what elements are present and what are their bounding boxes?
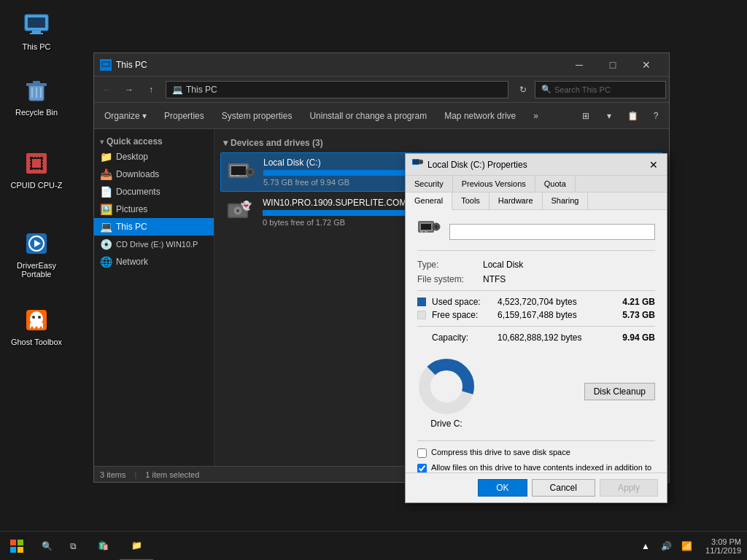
filesystem-label: File system:: [417, 274, 483, 284]
desktop-icon-ghost-toolbox[interactable]: Ghost Toolbox: [7, 303, 66, 349]
dialog-content: Type: Local Disk File system: NTFS Used …: [406, 210, 667, 472]
menu-uninstall[interactable]: Uninstall or change a program: [302, 108, 434, 124]
dialog-drive-icon: [417, 219, 441, 244]
tray-network[interactable]: 📶: [679, 539, 694, 553]
taskbar-app-store[interactable]: 🛍️: [86, 532, 120, 561]
cd-drive-icon: 💿: [100, 238, 112, 250]
view-list-btn[interactable]: ▾: [599, 106, 619, 126]
svg-rect-19: [33, 155, 34, 158]
maximize-button[interactable]: □: [596, 53, 630, 77]
store-icon: 🛍️: [98, 540, 109, 551]
desktop-icon-this-pc[interactable]: This PC: [7, 7, 66, 54]
tab-security[interactable]: Security: [406, 176, 453, 192]
drive-c-bar: [263, 170, 428, 176]
svg-rect-18: [42, 166, 45, 167]
address-text: This PC: [186, 85, 217, 95]
svg-rect-64: [10, 547, 16, 553]
index-checkbox[interactable]: [417, 464, 427, 472]
sidebar-item-documents[interactable]: 📄 Documents: [94, 183, 214, 201]
drive-name-input[interactable]: [449, 224, 655, 240]
sidebar-item-desktop[interactable]: 📁 Desktop: [94, 148, 214, 166]
donut-chart: [417, 357, 476, 416]
menu-map-network[interactable]: Map network drive: [437, 108, 523, 124]
tab-general[interactable]: General: [406, 192, 452, 210]
section-label: Quick access: [107, 136, 163, 147]
ok-button[interactable]: OK: [478, 479, 527, 497]
tab-sharing[interactable]: Sharing: [543, 192, 589, 209]
sidebar-item-this-pc[interactable]: 💻 This PC: [94, 218, 214, 236]
address-bar[interactable]: 💻 This PC: [166, 81, 508, 98]
desktop-icon-recycle-bin[interactable]: Recycle Bin: [7, 73, 66, 120]
menu-properties[interactable]: Properties: [157, 108, 212, 124]
svg-rect-57: [420, 231, 423, 233]
taskbar-app-explorer[interactable]: 📁: [120, 532, 153, 561]
task-view-button[interactable]: ⧉: [60, 532, 86, 561]
menu-organize[interactable]: Organize ▾: [97, 108, 154, 124]
back-button[interactable]: ←: [97, 79, 117, 100]
filesystem-value: NTFS: [483, 274, 506, 284]
svg-rect-13: [28, 160, 31, 161]
sidebar-label: CD Drive (E:) WIN10.P: [116, 240, 198, 249]
donut-chart-container: Drive C:: [417, 357, 476, 429]
dialog-title-icon: [411, 158, 423, 171]
up-button[interactable]: ↑: [141, 79, 161, 100]
taskbar-search-button[interactable]: 🔍: [34, 532, 60, 561]
tab-quota[interactable]: Quota: [535, 176, 576, 192]
used-space-color: [417, 298, 426, 306]
properties-dialog: Local Disk (C:) Properties ✕ Security Pr…: [405, 153, 667, 503]
recycle-bin-icon: [22, 76, 51, 105]
svg-point-32: [38, 316, 41, 319]
disk-cleanup-button[interactable]: Disk Cleanup: [584, 383, 655, 400]
expand-icon: ▾: [100, 138, 104, 146]
taskbar-clock[interactable]: 3:09 PM 11/1/2019: [700, 537, 747, 555]
devices-drives-header: ▾ Devices and drives (3): [220, 135, 663, 151]
svg-point-46: [236, 209, 239, 212]
view-toggle-btn[interactable]: ⊞: [576, 106, 596, 126]
svg-rect-58: [425, 231, 427, 233]
selected-count: 1 item selected: [134, 470, 199, 479]
compress-label: Compress this drive to save disk space: [431, 447, 570, 458]
cancel-button[interactable]: Cancel: [532, 479, 595, 497]
free-space-label: Free space:: [432, 310, 498, 320]
tray-volume[interactable]: 🔊: [659, 539, 673, 553]
tray-chevron[interactable]: ▲: [638, 539, 653, 553]
apply-button[interactable]: Apply: [600, 479, 658, 497]
details-pane-btn[interactable]: 📋: [622, 106, 643, 126]
svg-rect-41: [231, 175, 234, 176]
ghost-toolbox-icon: [22, 306, 51, 335]
search-placeholder: Search This PC: [554, 85, 611, 94]
explorer-icon: 📁: [131, 540, 142, 551]
forward-button[interactable]: →: [119, 79, 139, 100]
dialog-close-btn[interactable]: ✕: [646, 158, 661, 172]
tab-previous-versions[interactable]: Previous Versions: [453, 176, 535, 192]
sidebar-item-cd-drive[interactable]: 💿 CD Drive (E:) WIN10.P: [94, 236, 214, 253]
svg-rect-23: [36, 169, 37, 172]
sidebar-item-pictures[interactable]: 🖼️ Pictures: [94, 201, 214, 218]
tab-hardware[interactable]: Hardware: [489, 192, 543, 209]
svg-rect-49: [413, 160, 419, 164]
dialog-tabs-row1: Security Previous Versions Quota: [406, 176, 667, 192]
search-bar[interactable]: 🔍 Search This PC: [535, 81, 666, 98]
sidebar-item-network[interactable]: 🌐 Network: [94, 253, 214, 271]
svg-rect-62: [10, 540, 16, 545]
capacity-bytes: 10,682,888,192 bytes: [498, 332, 611, 343]
compress-checkbox[interactable]: [417, 448, 427, 458]
used-space-gb: 4.21 GB: [611, 297, 655, 307]
start-button[interactable]: [0, 532, 34, 561]
refresh-button[interactable]: ↻: [513, 79, 533, 100]
sidebar-section-quick-access[interactable]: ▾ Quick access: [94, 132, 214, 148]
sidebar-item-downloads[interactable]: 📥 Downloads: [94, 166, 214, 183]
desktop-icon-driver-easy[interactable]: DriverEasy Portable: [7, 226, 66, 281]
desktop-icon-label: CPUID CPU-Z: [11, 181, 63, 190]
menu-system-properties[interactable]: System properties: [214, 108, 300, 124]
tab-tools[interactable]: Tools: [452, 192, 489, 209]
documents-icon: 📄: [100, 186, 112, 198]
menu-more[interactable]: »: [526, 108, 546, 124]
taskbar: 🔍 ⧉ 🛍️ 📁 ▲ 🔊 📶 3:09 PM 11/1/2019: [0, 531, 747, 560]
svg-point-40: [248, 170, 252, 174]
desktop-icon-cpuid[interactable]: CPUID CPU-Z: [7, 146, 66, 192]
help-btn[interactable]: ?: [646, 106, 666, 126]
svg-rect-22: [33, 169, 34, 172]
minimize-button[interactable]: ─: [562, 53, 596, 77]
close-button[interactable]: ✕: [630, 53, 663, 77]
